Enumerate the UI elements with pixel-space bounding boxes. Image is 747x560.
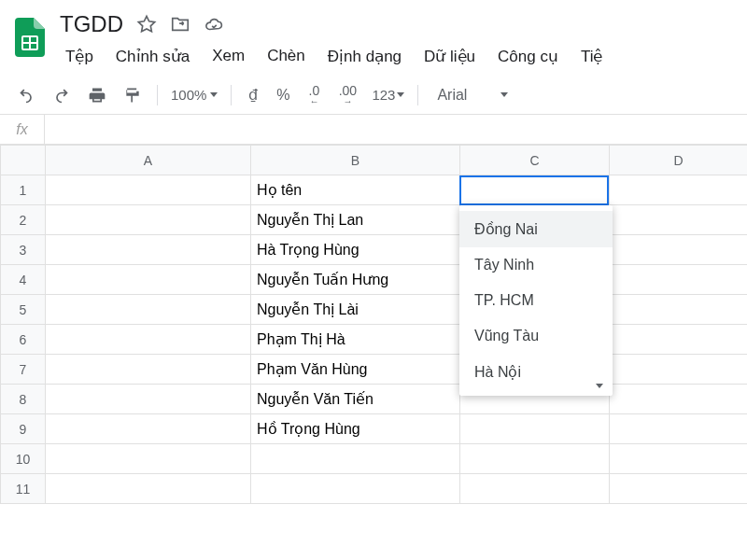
- decrease-decimal-button[interactable]: .0←: [299, 81, 329, 109]
- cell[interactable]: [46, 355, 251, 385]
- cell[interactable]: Phạm Thị Hà: [251, 325, 460, 355]
- cell[interactable]: [610, 205, 748, 235]
- cell[interactable]: Phạm Văn Hùng: [251, 355, 460, 385]
- dropdown-option[interactable]: Hà Nội: [459, 354, 613, 390]
- row-header[interactable]: 2: [1, 205, 46, 235]
- row-header[interactable]: 1: [1, 175, 46, 205]
- cell[interactable]: Nguyễn Văn Tiến: [251, 385, 460, 414]
- cell[interactable]: [46, 235, 251, 265]
- menu-insert[interactable]: Chèn: [258, 45, 315, 68]
- more-formats-button[interactable]: 123: [366, 87, 410, 103]
- cell[interactable]: [46, 444, 251, 474]
- title-area: TGDD Tệp Chỉnh sửa Xem Chèn Định dạng Dữ…: [52, 7, 740, 76]
- cell[interactable]: Nguyễn Thị Lài: [251, 295, 460, 325]
- column-header-D[interactable]: D: [610, 146, 748, 175]
- print-icon: [88, 86, 106, 105]
- sheets-icon: [15, 18, 45, 57]
- chevron-down-icon: [210, 92, 218, 97]
- row-header[interactable]: 11: [1, 474, 46, 504]
- undo-icon: [17, 86, 35, 105]
- row-header[interactable]: 10: [1, 444, 46, 474]
- menu-tools[interactable]: Công cụ: [488, 45, 568, 68]
- move-icon[interactable]: [170, 14, 190, 35]
- cell[interactable]: Nguyễn Thị Lan: [251, 205, 460, 235]
- cell[interactable]: [46, 265, 251, 295]
- paint-icon: [123, 86, 142, 105]
- redo-button[interactable]: [45, 81, 78, 109]
- select-all-corner[interactable]: [1, 146, 46, 175]
- menu-format[interactable]: Định dạng: [318, 45, 411, 68]
- menu-extensions[interactable]: Tiệ: [571, 45, 613, 68]
- zoom-select[interactable]: 100%: [165, 87, 223, 103]
- cell[interactable]: [460, 474, 610, 504]
- app-logo[interactable]: [7, 15, 52, 60]
- dropdown-option[interactable]: Đồng Nai: [459, 211, 613, 247]
- row-header[interactable]: 4: [1, 265, 46, 295]
- cell[interactable]: [610, 444, 748, 474]
- spreadsheet-grid: A B C D 1Họ tênTỉnh 2Nguyễn Thị Lan 3Hà …: [0, 145, 747, 504]
- cell[interactable]: [610, 325, 748, 355]
- toolbar: 100% ₫ % .0← .00→ 123 Arial: [0, 76, 747, 115]
- cell[interactable]: Nguyễn Tuấn Hưng: [251, 265, 460, 295]
- star-icon[interactable]: [136, 14, 157, 35]
- cell[interactable]: [610, 414, 748, 444]
- increase-decimal-button[interactable]: .00→: [331, 81, 364, 109]
- cell[interactable]: [610, 175, 748, 205]
- data-validation-dropdown: Đồng Nai Tây Ninh TP. HCM Vũng Tàu Hà Nộ…: [459, 205, 613, 396]
- format-currency-button[interactable]: ₫: [239, 86, 267, 104]
- menu-file[interactable]: Tệp: [56, 45, 103, 68]
- cell[interactable]: Tỉnh: [460, 175, 610, 205]
- cell[interactable]: Hà Trọng Hùng: [251, 235, 460, 265]
- cell[interactable]: [46, 385, 251, 414]
- cell[interactable]: [46, 414, 251, 444]
- dropdown-option[interactable]: Vũng Tàu: [459, 318, 613, 354]
- format-percent-button[interactable]: %: [269, 87, 297, 104]
- chevron-down-icon: [397, 92, 404, 97]
- row-header[interactable]: 3: [1, 235, 46, 265]
- cell[interactable]: [251, 444, 460, 474]
- paint-format-button[interactable]: [116, 81, 149, 109]
- cell[interactable]: [610, 265, 748, 295]
- font-select[interactable]: Arial: [426, 87, 519, 104]
- menu-bar: Tệp Chỉnh sửa Xem Chèn Định dạng Dữ liệu…: [56, 41, 740, 76]
- cell[interactable]: [46, 205, 251, 235]
- redo-icon: [52, 86, 71, 105]
- cell[interactable]: [610, 235, 748, 265]
- cell[interactable]: [46, 175, 251, 205]
- chevron-down-icon: [596, 384, 603, 388]
- row-header[interactable]: 9: [1, 414, 46, 444]
- cell[interactable]: [460, 444, 610, 474]
- cell[interactable]: [46, 325, 251, 355]
- menu-edit[interactable]: Chỉnh sửa: [106, 45, 199, 68]
- cell[interactable]: [610, 355, 748, 385]
- print-button[interactable]: [80, 81, 114, 109]
- dropdown-option[interactable]: Tây Ninh: [459, 247, 613, 283]
- column-header-C[interactable]: C: [460, 146, 610, 175]
- row-header[interactable]: 5: [1, 295, 46, 325]
- menu-data[interactable]: Dữ liệu: [415, 45, 485, 68]
- cell[interactable]: [46, 474, 251, 504]
- cell[interactable]: [46, 295, 251, 325]
- row-header[interactable]: 7: [1, 355, 46, 385]
- column-header-A[interactable]: A: [46, 146, 251, 175]
- cell[interactable]: [251, 474, 460, 504]
- dropdown-option[interactable]: TP. HCM: [459, 283, 613, 318]
- column-header-B[interactable]: B: [251, 146, 460, 175]
- formula-bar: fx: [0, 115, 747, 145]
- cell[interactable]: [610, 474, 748, 504]
- cell[interactable]: Họ tên: [251, 175, 460, 205]
- chevron-down-icon: [500, 92, 508, 97]
- cell[interactable]: Hồ Trọng Hùng: [251, 414, 460, 444]
- cell[interactable]: [610, 385, 748, 414]
- undo-button[interactable]: [9, 81, 43, 109]
- fx-label[interactable]: fx: [0, 115, 45, 144]
- row-header[interactable]: 6: [1, 325, 46, 355]
- row-header[interactable]: 8: [1, 385, 46, 414]
- menu-view[interactable]: Xem: [203, 45, 254, 68]
- cell[interactable]: [610, 295, 748, 325]
- header: TGDD Tệp Chỉnh sửa Xem Chèn Định dạng Dữ…: [0, 0, 747, 76]
- document-title[interactable]: TGDD: [56, 9, 127, 39]
- cell[interactable]: [460, 414, 610, 444]
- cloud-icon[interactable]: [204, 14, 224, 35]
- formula-input[interactable]: [45, 115, 747, 144]
